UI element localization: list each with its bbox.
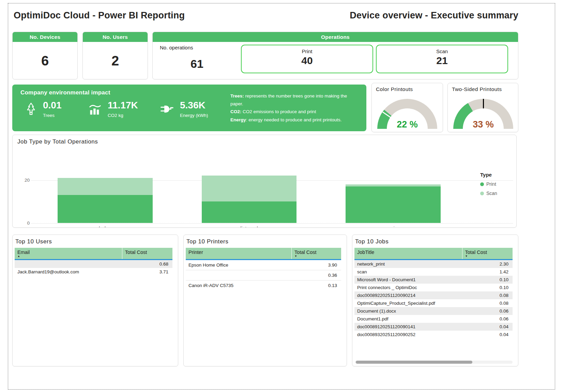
top-users-panel: Top 10 Users Email ▲ Total Cost 0.68 Jac… xyxy=(12,235,178,366)
kpi-operations-header: Operations xyxy=(153,32,518,42)
kpi-users-header: No. Users xyxy=(83,32,148,42)
sort-descending-icon: ▼ xyxy=(294,255,341,258)
stacked-bar[interactable] xyxy=(58,178,153,223)
desc-co2-text: CO2 emissions to produce and print xyxy=(241,109,316,114)
color-printouts-gauge: 22 % xyxy=(377,99,437,129)
bar-column-leden: leden xyxy=(33,142,177,223)
scan-legend-dot xyxy=(480,192,484,195)
environmental-impact-title: Company environmental impact xyxy=(20,89,110,96)
two-sided-printouts-gauge: 33 % xyxy=(453,99,513,129)
top-printers-title: Top 10 Printers xyxy=(186,238,347,245)
trees-label: Trees xyxy=(43,113,62,118)
two-sided-printouts-gauge-card: Two-Sided Printouts 33 % xyxy=(447,83,518,132)
print-operations-box[interactable]: Print 40 xyxy=(241,45,373,73)
legend-label-scan: Scan xyxy=(486,191,497,196)
email-column-header[interactable]: Email ▲ xyxy=(15,248,122,259)
x-axis-label: prosinec xyxy=(321,225,465,228)
print-legend-dot xyxy=(480,182,484,186)
plug-icon xyxy=(159,102,174,116)
scan-segment[interactable] xyxy=(58,178,153,195)
table-row[interactable]: doc000893202511200902520.04 xyxy=(354,331,513,338)
legend-title: Type xyxy=(480,172,512,178)
two-sided-printouts-value: 33 % xyxy=(453,119,513,129)
kpi-card-operations: Operations No. operations 61 Print 40 Sc… xyxy=(152,32,518,79)
top-printers-panel: Top 10 Printers Printer Total Cost ▼ Eps… xyxy=(183,235,347,366)
table-row[interactable]: 0.68 xyxy=(15,260,172,268)
table-header-row: Printer Total Cost ▼ xyxy=(186,248,341,260)
report-title: OptimiDoc Cloud - Power BI Reporting xyxy=(14,10,185,21)
stacked-bar[interactable] xyxy=(346,184,441,223)
table-row[interactable]: doc000891202511200901410.04 xyxy=(354,323,513,331)
table-row[interactable]: OptimiCapture_Product_Specialist.pdf0.08 xyxy=(354,299,513,307)
desc-trees-text: represents the number trees gone into ma… xyxy=(230,93,347,106)
print-value: 40 xyxy=(242,55,372,66)
kpi-card-devices: No. Devices 6 xyxy=(12,32,78,79)
page-subtitle: Device overview - Executive summary xyxy=(273,10,518,21)
sort-ascending-icon: ▲ xyxy=(17,255,122,258)
scan-segment[interactable] xyxy=(202,176,297,201)
legend-item-scan[interactable]: Scan xyxy=(480,191,512,196)
sort-descending-icon: ▼ xyxy=(465,255,513,258)
scan-operations-box[interactable]: Scan 21 xyxy=(376,45,508,73)
stacked-bar[interactable] xyxy=(202,176,297,223)
color-printouts-gauge-card: Color Printouts 22 % xyxy=(371,83,443,132)
jobtitle-column-header[interactable]: JobTitle xyxy=(354,248,462,259)
table-header-row: Email ▲ Total Cost xyxy=(15,248,172,260)
bar-column-listopad: listopad xyxy=(177,142,321,223)
energy-value: 5.36K xyxy=(180,100,208,111)
top-jobs-table: JobTitle Total Cost ▼ network_print2.30 … xyxy=(354,248,513,338)
print-label: Print xyxy=(242,48,372,54)
chart-plot-area: leden listopad prosinec xyxy=(33,142,465,223)
top-jobs-panel: Top 10 Jobs JobTitle Total Cost ▼ networ… xyxy=(352,235,518,366)
table-row[interactable]: Epson Home Office 3.90 xyxy=(186,260,341,270)
job-type-chart-panel: Job Type by Total Operations 20 0 leden … xyxy=(12,135,517,228)
environmental-impact-panel: Company environmental impact 0.01 Trees xyxy=(12,85,366,131)
scan-label: Scan xyxy=(377,48,507,54)
energy-label: Energy (kWh) xyxy=(180,113,208,118)
x-axis-label: listopad xyxy=(177,225,321,228)
table-row[interactable]: scan1.42 xyxy=(354,268,513,276)
total-cost-column-header[interactable]: Total Cost xyxy=(122,248,172,259)
co2-label: CO2 kg xyxy=(108,113,138,118)
table-row[interactable]: 0.36 xyxy=(186,270,341,281)
print-segment[interactable] xyxy=(202,201,297,223)
color-printouts-title: Color Printouts xyxy=(376,86,413,92)
trees-metric: 0.01 Trees xyxy=(25,100,62,118)
x-axis-label: leden xyxy=(33,225,177,228)
horizontal-scrollbar-track[interactable] xyxy=(355,361,513,364)
total-cost-column-header[interactable]: Total Cost ▼ xyxy=(462,248,513,259)
table-row[interactable]: Jack.Barnard19@outlook.com 3.71 xyxy=(15,268,172,276)
total-cost-column-header[interactable]: Total Cost ▼ xyxy=(291,248,341,259)
y-axis-tick-20: 20 xyxy=(16,178,30,183)
kpi-devices-header: No. Devices xyxy=(13,32,77,42)
print-segment[interactable] xyxy=(346,186,441,223)
table-header-row: JobTitle Total Cost ▼ xyxy=(354,248,513,260)
horizontal-scrollbar-thumb[interactable] xyxy=(356,361,472,364)
co2-metric: 11.17K CO2 kg xyxy=(88,100,138,118)
printer-column-header[interactable]: Printer xyxy=(186,248,291,259)
desc-co2-term: CO2: xyxy=(230,109,241,114)
no-operations-label: No. operations xyxy=(160,45,193,50)
table-row[interactable]: Document1.pdf0.06 xyxy=(354,315,513,323)
legend-label-print: Print xyxy=(486,181,496,187)
trees-value: 0.01 xyxy=(43,100,62,111)
scan-value: 21 xyxy=(377,55,507,66)
table-row[interactable]: network_print2.30 xyxy=(354,260,513,268)
table-row[interactable]: Print connectors _ OptimiDoc0.10 xyxy=(354,284,513,291)
table-row[interactable]: Canon iR-ADV C5735 0.13 xyxy=(186,281,341,290)
co2-value: 11.17K xyxy=(108,100,138,111)
table-row[interactable]: Document (1).docx0.06 xyxy=(354,307,513,315)
desc-energy-text: : energy needed to produce and print pri… xyxy=(246,117,342,122)
kpi-card-users: No. Users 2 xyxy=(82,32,148,79)
two-sided-printouts-title: Two-Sided Printouts xyxy=(452,86,502,92)
bar-column-prosinec: prosinec xyxy=(321,142,465,223)
top-users-table: Email ▲ Total Cost 0.68 Jack.Barnard19@o… xyxy=(15,248,172,276)
dashboard-page: OptimiDoc Cloud - Power BI Reporting Dev… xyxy=(0,0,563,392)
legend-item-print[interactable]: Print xyxy=(480,181,512,187)
co2-chart-icon xyxy=(88,102,102,116)
print-segment[interactable] xyxy=(58,195,153,223)
table-row[interactable]: doc000892202511200902140.08 xyxy=(354,291,513,299)
table-row[interactable]: Microsoft Word - Document10.10 xyxy=(354,276,513,284)
environmental-impact-description: Trees: represents the number trees gone … xyxy=(230,92,356,124)
top-printers-table: Printer Total Cost ▼ Epson Home Office 3… xyxy=(186,248,341,290)
